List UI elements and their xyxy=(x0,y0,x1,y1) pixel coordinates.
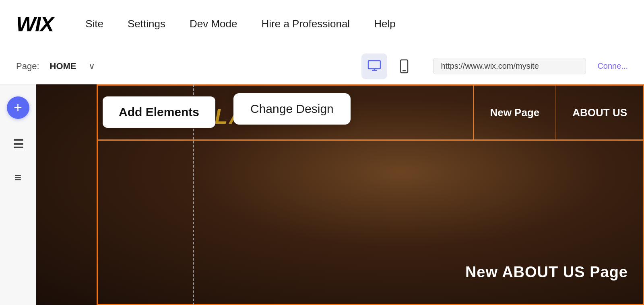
left-sidebar: + ☰ ≡ xyxy=(0,84,36,305)
preview-nav-bar: New Page ABOUT US xyxy=(473,84,644,141)
document-icon: ≡ xyxy=(14,171,22,184)
page-dropdown-chevron[interactable]: ∨ xyxy=(89,61,95,72)
nav-hire-professional[interactable]: Hire a Professional xyxy=(261,18,350,30)
canvas-area: + ☰ ≡ TIMBERLAND New Page ABOUT US Add E… xyxy=(0,84,644,305)
add-elements-tooltip[interactable]: Add Elements xyxy=(103,96,215,128)
sidebar-menu-icon[interactable]: ☰ xyxy=(9,135,27,153)
nav-dev-mode[interactable]: Dev Mode xyxy=(190,18,237,30)
plus-icon: + xyxy=(14,99,22,116)
new-about-us-page-label: New ABOUT US Page xyxy=(449,256,644,289)
url-input[interactable] xyxy=(433,58,586,74)
hamburger-icon: ☰ xyxy=(13,137,23,151)
site-canvas: TIMBERLAND New Page ABOUT US Add Element… xyxy=(36,84,644,305)
svg-rect-0 xyxy=(368,61,380,69)
nav-site[interactable]: Site xyxy=(85,18,103,30)
device-switcher xyxy=(361,53,417,79)
desktop-view-button[interactable] xyxy=(361,53,387,79)
preview-nav-about-us[interactable]: ABOUT US xyxy=(556,85,643,140)
nav-settings[interactable]: Settings xyxy=(128,18,165,30)
top-navigation: WIX Site Settings Dev Mode Hire a Profes… xyxy=(0,0,644,48)
page-label: Page: xyxy=(16,61,39,72)
editor-toolbar: Page: HOME ∨ Conne... xyxy=(0,48,644,84)
add-elements-button[interactable]: + xyxy=(7,96,29,119)
connect-domain-link[interactable]: Conne... xyxy=(597,61,628,71)
change-design-tooltip[interactable]: Change Design xyxy=(233,93,351,125)
mobile-view-button[interactable] xyxy=(391,53,417,79)
nav-help[interactable]: Help xyxy=(374,18,395,30)
preview-nav-new-page[interactable]: New Page xyxy=(474,85,556,140)
sidebar-pages-icon[interactable]: ≡ xyxy=(9,169,27,186)
wix-logo: WIX xyxy=(16,12,53,36)
page-name-value: HOME xyxy=(50,61,76,72)
